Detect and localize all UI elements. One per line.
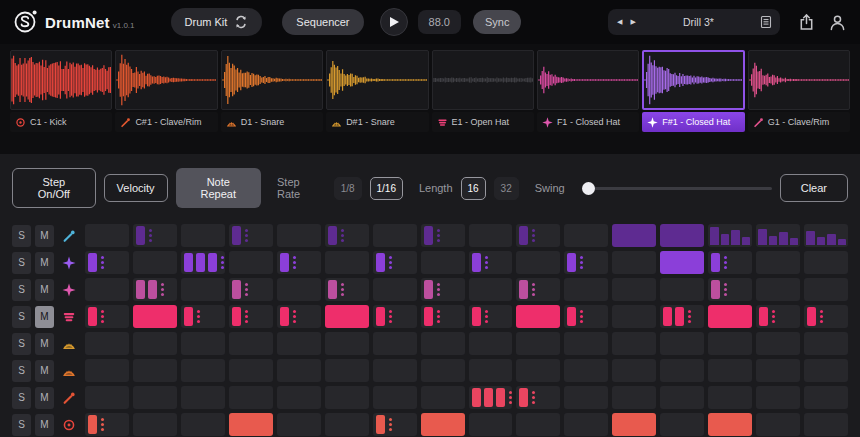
user-icon[interactable] [829,13,846,31]
step-D#1-3[interactable] [181,332,225,355]
step-D1-14[interactable] [708,359,752,382]
step-F#1-5[interactable] [277,251,321,274]
step-G1-10[interactable] [516,224,560,247]
step-C1-11[interactable] [564,413,608,436]
step-D1-15[interactable] [756,359,800,382]
step-F#1-9[interactable] [469,251,513,274]
step-C1-9[interactable] [469,413,513,436]
step-E1-12[interactable] [612,305,656,328]
step-F#1-16[interactable] [804,251,848,274]
step-E1-9[interactable] [469,305,513,328]
length-32-button[interactable]: 32 [494,177,519,200]
step-D#1-10[interactable] [516,332,560,355]
mute-C#1[interactable]: M [35,387,54,409]
step-C#1-2[interactable] [133,386,177,409]
mute-E1[interactable]: M [35,306,54,328]
step-F1-10[interactable] [516,278,560,301]
step-G1-12[interactable] [612,224,656,247]
step-C#1-1[interactable] [85,386,129,409]
solo-E1[interactable]: S [12,306,31,328]
mute-F1[interactable]: M [35,279,54,301]
step-F1-1[interactable] [85,278,129,301]
step-D#1-4[interactable] [229,332,273,355]
preset-prev-button[interactable]: ◀ [615,18,624,26]
step-D1-7[interactable] [373,359,417,382]
step-F1-12[interactable] [612,278,656,301]
mute-G1[interactable]: M [35,225,54,247]
pad-E1[interactable]: E1 - Open Hat [432,50,534,146]
step-G1-11[interactable] [564,224,608,247]
step-G1-3[interactable] [181,224,225,247]
step-E1-8[interactable] [421,305,465,328]
step-F1-14[interactable] [708,278,752,301]
step-C1-8[interactable] [421,413,465,436]
step-C1-4[interactable] [229,413,273,436]
step-F#1-12[interactable] [612,251,656,274]
step-C#1-8[interactable] [421,386,465,409]
step-C#1-7[interactable] [373,386,417,409]
step-C1-15[interactable] [756,413,800,436]
pad-C1[interactable]: C1 - Kick [10,50,112,146]
step-C#1-4[interactable] [229,386,273,409]
step-E1-2[interactable] [133,305,177,328]
solo-G1[interactable]: S [12,225,31,247]
step-F1-13[interactable] [660,278,704,301]
step-F#1-3[interactable] [181,251,225,274]
step-F#1-10[interactable] [516,251,560,274]
pad-C#1[interactable]: C#1 - Clave/Rim [115,50,217,146]
step-E1-14[interactable] [708,305,752,328]
drum-kit-button[interactable]: Drum Kit [171,8,263,36]
step-G1-8[interactable] [421,224,465,247]
step-E1-4[interactable] [229,305,273,328]
step-G1-1[interactable] [85,224,129,247]
step-F1-2[interactable] [133,278,177,301]
step-D#1-14[interactable] [708,332,752,355]
step-C1-1[interactable] [85,413,129,436]
step-F#1-6[interactable] [325,251,369,274]
step-C#1-6[interactable] [325,386,369,409]
step-D1-11[interactable] [564,359,608,382]
sequencer-button[interactable]: Sequencer [282,9,363,35]
step-C1-7[interactable] [373,413,417,436]
step-F#1-7[interactable] [373,251,417,274]
pad-D1[interactable]: D1 - Snare [221,50,323,146]
step-C#1-10[interactable] [516,386,560,409]
mute-D#1[interactable]: M [35,333,54,355]
step-F1-7[interactable] [373,278,417,301]
step-C#1-3[interactable] [181,386,225,409]
step-G1-7[interactable] [373,224,417,247]
step-C1-10[interactable] [516,413,560,436]
step-G1-2[interactable] [133,224,177,247]
sync-button[interactable]: Sync [473,10,521,34]
step-C1-2[interactable] [133,413,177,436]
step-E1-7[interactable] [373,305,417,328]
step-C#1-12[interactable] [612,386,656,409]
step-D#1-13[interactable] [660,332,704,355]
step-F#1-15[interactable] [756,251,800,274]
mute-C1[interactable]: M [35,414,54,436]
step-C#1-11[interactable] [564,386,608,409]
step-G1-5[interactable] [277,224,321,247]
step-E1-10[interactable] [516,305,560,328]
step-D1-8[interactable] [421,359,465,382]
play-button[interactable] [380,8,408,36]
step-C1-12[interactable] [612,413,656,436]
solo-C1[interactable]: S [12,414,31,436]
preset-next-button[interactable]: ▶ [628,18,637,26]
step-F#1-2[interactable] [133,251,177,274]
step-G1-9[interactable] [469,224,513,247]
step-E1-3[interactable] [181,305,225,328]
step-D#1-15[interactable] [756,332,800,355]
step-D#1-7[interactable] [373,332,417,355]
step-D1-5[interactable] [277,359,321,382]
rate-1-16-button[interactable]: 1/16 [370,177,403,200]
step-D1-12[interactable] [612,359,656,382]
step-D#1-11[interactable] [564,332,608,355]
step-F1-5[interactable] [277,278,321,301]
bpm-display[interactable]: 88.0 [418,10,461,34]
step-F1-16[interactable] [804,278,848,301]
step-D1-1[interactable] [85,359,129,382]
step-E1-11[interactable] [564,305,608,328]
pad-F#1[interactable]: F#1 - Closed Hat [642,50,744,146]
step-E1-1[interactable] [85,305,129,328]
